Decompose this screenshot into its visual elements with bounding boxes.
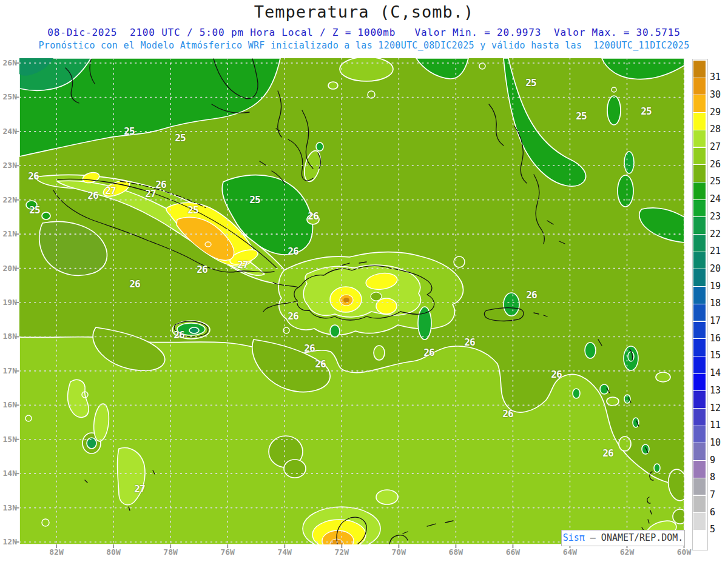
colorbar-tick-label: 9 — [710, 455, 728, 466]
colorbar-tick-label: 7 — [710, 489, 728, 500]
contour-label: 27 — [129, 483, 150, 495]
weather-chart-page: Temperatura (C,somb.) 08-Dic-2025 2100 U… — [0, 0, 728, 562]
contour-label: 26 — [192, 264, 212, 275]
contour-label: 26 — [169, 329, 189, 341]
contour-label: 25 — [119, 125, 140, 137]
colorbar-tick-label: 10 — [710, 437, 728, 448]
contour-label: 26 — [124, 278, 145, 290]
contour-label: 26 — [310, 358, 331, 370]
colorbar-segment — [693, 78, 706, 95]
contour-label: 27 — [100, 185, 121, 196]
contour-label: 25 — [636, 105, 656, 117]
colorbar-tick-label: 26 — [710, 159, 728, 170]
colorbar-tick-label: 13 — [710, 385, 728, 396]
contour-label: 26 — [521, 289, 542, 301]
contour-label: 25 — [244, 194, 265, 206]
lon-tick-label: 76W — [215, 547, 240, 557]
colorbar-tick-label: 18 — [710, 298, 728, 309]
contour-label: 26 — [283, 246, 303, 257]
colorbar-tick-label: 28 — [710, 124, 728, 135]
colorbar-tick-label: 19 — [710, 281, 728, 292]
contour-label: 26 — [419, 347, 439, 358]
colorbar-tick-label: 20 — [710, 263, 728, 274]
lon-tick-label: 82W — [44, 547, 69, 557]
colorbar-segment — [693, 112, 706, 130]
colorbar-segment — [693, 443, 706, 460]
colorbar-segment — [693, 356, 706, 373]
colorbar-tick-label: 15 — [710, 350, 728, 361]
colorbar-segment — [693, 95, 706, 112]
contour-label: 27 — [232, 259, 253, 270]
lat-tick-label: 21N — [0, 229, 17, 238]
colorbar-tick-label: 29 — [710, 107, 728, 118]
colorbar-segment — [693, 390, 706, 408]
contour-label: 25 — [521, 77, 541, 89]
lat-tick-label: 23N — [0, 161, 17, 170]
colorbar-segment — [693, 321, 706, 339]
contour-label: 26 — [23, 170, 44, 182]
lon-tick-label: 62W — [615, 547, 639, 557]
lat-tick-label: 17N — [0, 366, 17, 375]
lat-tick-label: 19N — [0, 298, 17, 307]
lon-tick-label: 80W — [101, 547, 126, 557]
lon-tick-label: 70W — [386, 547, 411, 557]
colorbar-tick-label: 11 — [710, 420, 728, 430]
lat-tick-label: 20N — [0, 264, 17, 273]
contour-label: 26 — [497, 408, 518, 420]
colorbar-segment — [693, 130, 706, 147]
lat-tick-label: 22N — [0, 195, 17, 204]
lat-tick-label: 13N — [0, 503, 17, 512]
lon-tick-label: 74W — [272, 547, 297, 557]
colorbar-segment — [693, 460, 706, 478]
colorbar-segment — [693, 147, 706, 165]
lat-tick-label: 26N — [0, 58, 17, 67]
lat-tick-label: 16N — [0, 400, 17, 409]
attribution-box: Sisπ – ONAMET/REP.DOM. — [561, 530, 685, 546]
colorbar-tick-label: 23 — [710, 211, 728, 222]
colorbar-tick-label: 16 — [710, 333, 728, 344]
colorbar-tick-label: 5 — [710, 524, 728, 535]
colorbar-segment — [693, 216, 706, 234]
colorbar-tick-label: 30 — [710, 89, 728, 100]
contour-label: 26 — [598, 447, 618, 459]
colorbar-tick-label: 6 — [710, 507, 728, 518]
lon-tick-label: 68W — [443, 547, 468, 557]
contour-label: 26 — [546, 369, 567, 380]
lat-tick-label: 25N — [0, 92, 17, 101]
colorbar-segment — [693, 286, 706, 304]
colorbar-segment — [693, 164, 706, 182]
lat-tick-label: 24N — [0, 127, 17, 136]
lat-tick-label: 18N — [0, 332, 17, 341]
colorbar-segment — [693, 530, 706, 547]
lon-tick-label: 72W — [329, 547, 354, 557]
contour-label: 27 — [140, 188, 161, 199]
colorbar-segment — [693, 182, 706, 199]
colorbar-segment — [693, 373, 706, 391]
colorbar-segment — [693, 426, 706, 443]
contour-label: 26 — [283, 310, 303, 322]
colorbar-tick-label: 14 — [710, 367, 728, 378]
lat-tick-label: 12N — [0, 537, 17, 546]
colorbar-tick-label: 31 — [710, 72, 728, 82]
contour-label: 25 — [170, 132, 190, 144]
colorbar-segment — [693, 269, 706, 286]
colorbar-segment — [693, 478, 706, 495]
colorbar-segment — [693, 304, 706, 321]
lat-tick-label: 15N — [0, 435, 17, 444]
contour-label: 26 — [459, 336, 480, 348]
colorbar-segment — [693, 60, 706, 78]
colorbar-segment — [693, 408, 706, 426]
colorbar-tick-label: 12 — [710, 403, 728, 413]
contour-label: 25 — [24, 204, 45, 216]
colorbar-tick-label: 27 — [710, 141, 728, 152]
colorbar-segment — [693, 338, 706, 356]
colorbar-tick-label: 21 — [710, 246, 728, 256]
colorbar-tick-label: 24 — [710, 193, 728, 204]
colorbar-segment — [693, 199, 706, 217]
sispi-brand: Sisπ — [563, 532, 585, 543]
contour-label: 26 — [303, 210, 323, 222]
contour-label: 25 — [183, 204, 203, 216]
colorbar-segment — [693, 252, 706, 269]
contour-label: 25 — [571, 110, 592, 122]
lon-tick-label: 64W — [558, 547, 582, 557]
